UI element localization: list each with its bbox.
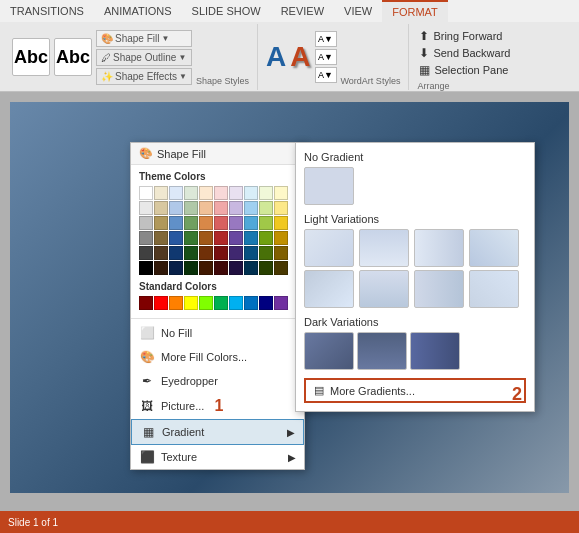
color-swatch[interactable] xyxy=(169,201,183,215)
color-swatch[interactable] xyxy=(139,201,153,215)
gradient-swatch-dv3[interactable] xyxy=(410,332,460,370)
shape-outline-btn[interactable]: 🖊 Shape Outline ▼ xyxy=(96,49,192,66)
color-swatch[interactable] xyxy=(199,216,213,230)
texture-item[interactable]: ⬛ Texture ▶ xyxy=(131,445,304,469)
color-swatch[interactable] xyxy=(169,216,183,230)
color-swatch[interactable] xyxy=(154,261,168,275)
gradient-swatch-lv7[interactable] xyxy=(414,270,464,308)
tab-view[interactable]: VIEW xyxy=(334,0,382,22)
color-swatch-blue[interactable] xyxy=(244,296,258,310)
color-swatch[interactable] xyxy=(259,261,273,275)
tab-slideshow[interactable]: SLIDE SHOW xyxy=(182,0,271,22)
color-swatch[interactable] xyxy=(139,261,153,275)
wordart-text-effects-btn[interactable]: A▼ xyxy=(315,67,337,83)
color-swatch[interactable] xyxy=(154,216,168,230)
tab-transitions[interactable]: TRANSITIONS xyxy=(0,0,94,22)
picture-item[interactable]: 🖼 Picture... 1 xyxy=(131,393,304,419)
color-swatch[interactable] xyxy=(169,261,183,275)
color-swatch[interactable] xyxy=(184,201,198,215)
color-swatch[interactable] xyxy=(154,246,168,260)
selection-pane-btn[interactable]: ▦ Selection Pane xyxy=(417,62,512,78)
color-swatch[interactable] xyxy=(259,246,273,260)
color-swatch[interactable] xyxy=(214,186,228,200)
color-swatch-red[interactable] xyxy=(154,296,168,310)
color-swatch[interactable] xyxy=(229,201,243,215)
color-swatch[interactable] xyxy=(199,186,213,200)
color-swatch[interactable] xyxy=(274,216,288,230)
wordart-a-shadow-btn[interactable]: A xyxy=(290,41,310,73)
wordart-a-btn[interactable]: A xyxy=(266,41,286,73)
gradient-swatch-lv1[interactable] xyxy=(304,229,354,267)
color-swatch[interactable] xyxy=(199,201,213,215)
color-swatch[interactable] xyxy=(139,216,153,230)
shape-style-btn-1[interactable]: Abc xyxy=(12,38,50,76)
color-swatch[interactable] xyxy=(274,261,288,275)
color-swatch[interactable] xyxy=(229,216,243,230)
color-swatch-cyan[interactable] xyxy=(229,296,243,310)
color-swatch[interactable] xyxy=(229,261,243,275)
color-swatch[interactable] xyxy=(154,201,168,215)
shape-fill-btn[interactable]: 🎨 Shape Fill ▼ xyxy=(96,30,192,47)
more-gradients-btn[interactable]: ▤ More Gradients... xyxy=(304,378,526,403)
color-swatch[interactable] xyxy=(244,216,258,230)
bring-forward-btn[interactable]: ⬆ Bring Forward xyxy=(417,28,512,44)
gradient-swatch-dv1[interactable] xyxy=(304,332,354,370)
tab-animations[interactable]: ANIMATIONS xyxy=(94,0,182,22)
tab-review[interactable]: REVIEW xyxy=(271,0,334,22)
more-fill-colors-item[interactable]: 🎨 More Fill Colors... xyxy=(131,345,304,369)
gradient-swatch-lv5[interactable] xyxy=(304,270,354,308)
color-swatch[interactable] xyxy=(184,261,198,275)
color-swatch[interactable] xyxy=(214,201,228,215)
color-swatch[interactable] xyxy=(214,216,228,230)
color-swatch[interactable] xyxy=(169,231,183,245)
color-swatch[interactable] xyxy=(214,261,228,275)
gradient-swatch-lv4[interactable] xyxy=(469,229,519,267)
color-swatch[interactable] xyxy=(229,186,243,200)
color-swatch[interactable] xyxy=(139,186,153,200)
gradient-swatch-lv3[interactable] xyxy=(414,229,464,267)
color-swatch[interactable] xyxy=(214,231,228,245)
color-swatch[interactable] xyxy=(199,261,213,275)
color-swatch[interactable] xyxy=(199,246,213,260)
gradient-swatch-dv2[interactable] xyxy=(357,332,407,370)
color-swatch-purple[interactable] xyxy=(274,296,288,310)
color-swatch[interactable] xyxy=(139,246,153,260)
color-swatch[interactable] xyxy=(229,231,243,245)
color-swatch[interactable] xyxy=(274,231,288,245)
color-swatch[interactable] xyxy=(184,231,198,245)
color-swatch[interactable] xyxy=(184,186,198,200)
color-swatch[interactable] xyxy=(259,201,273,215)
gradient-swatch-lv2[interactable] xyxy=(359,229,409,267)
color-swatch-green[interactable] xyxy=(214,296,228,310)
color-swatch[interactable] xyxy=(274,186,288,200)
color-swatch[interactable] xyxy=(184,246,198,260)
eyedropper-item[interactable]: ✒ Eyedropper xyxy=(131,369,304,393)
gradient-item[interactable]: ▦ Gradient ▶ xyxy=(131,419,304,445)
color-swatch[interactable] xyxy=(184,216,198,230)
wordart-text-outline-btn[interactable]: A▼ xyxy=(315,49,337,65)
shape-style-btn-2[interactable]: Abc xyxy=(54,38,92,76)
color-swatch[interactable] xyxy=(274,246,288,260)
color-swatch-orange[interactable] xyxy=(169,296,183,310)
color-swatch[interactable] xyxy=(244,201,258,215)
color-swatch[interactable] xyxy=(154,186,168,200)
tab-format[interactable]: FORMAT xyxy=(382,0,448,22)
color-swatch[interactable] xyxy=(229,246,243,260)
shape-effects-btn[interactable]: ✨ Shape Effects ▼ xyxy=(96,68,192,85)
color-swatch-lime[interactable] xyxy=(199,296,213,310)
color-swatch[interactable] xyxy=(244,231,258,245)
color-swatch[interactable] xyxy=(169,186,183,200)
no-fill-item[interactable]: ⬜ No Fill xyxy=(131,321,304,345)
color-swatch[interactable] xyxy=(154,231,168,245)
color-swatch[interactable] xyxy=(274,201,288,215)
color-swatch[interactable] xyxy=(244,246,258,260)
color-swatch[interactable] xyxy=(259,186,273,200)
color-swatch[interactable] xyxy=(214,246,228,260)
color-swatch[interactable] xyxy=(244,186,258,200)
color-swatch[interactable] xyxy=(169,246,183,260)
send-backward-btn[interactable]: ⬇ Send Backward xyxy=(417,45,512,61)
color-swatch-dark-red[interactable] xyxy=(139,296,153,310)
wordart-text-fill-btn[interactable]: A▼ xyxy=(315,31,337,47)
color-swatch-dark-blue[interactable] xyxy=(259,296,273,310)
color-swatch[interactable] xyxy=(139,231,153,245)
